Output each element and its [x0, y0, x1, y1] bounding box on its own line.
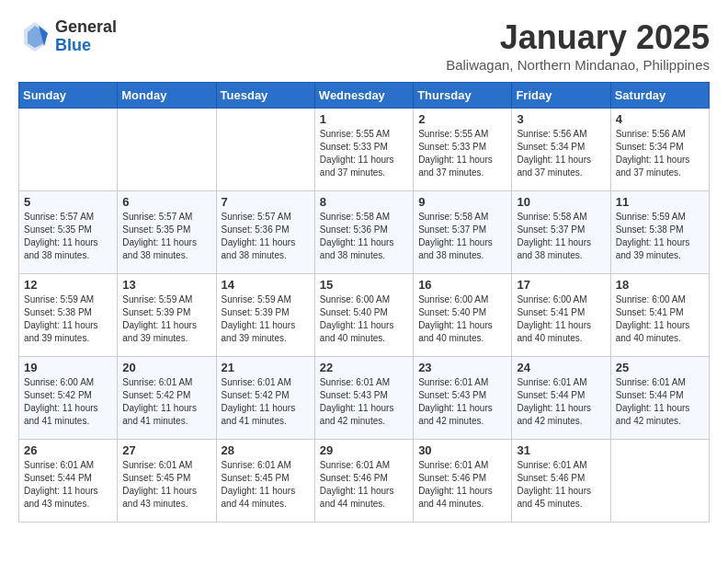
- day-number: 17: [517, 278, 605, 292]
- calendar-cell: 24Sunrise: 6:01 AM Sunset: 5:44 PM Dayli…: [512, 357, 610, 440]
- day-number: 29: [320, 443, 408, 457]
- weekday-header-friday: Friday: [512, 83, 610, 109]
- calendar-cell: 12Sunrise: 5:59 AM Sunset: 5:38 PM Dayli…: [19, 274, 118, 357]
- day-number: 12: [24, 278, 112, 292]
- cell-info: Sunrise: 5:58 AM Sunset: 5:36 PM Dayligh…: [320, 211, 408, 262]
- cell-info: Sunrise: 5:57 AM Sunset: 5:36 PM Dayligh…: [222, 211, 310, 262]
- calendar-cell: [216, 109, 314, 191]
- cell-info: Sunrise: 5:59 AM Sunset: 5:38 PM Dayligh…: [24, 293, 112, 345]
- cell-info: Sunrise: 6:01 AM Sunset: 5:44 PM Dayligh…: [24, 459, 112, 511]
- cell-info: Sunrise: 5:58 AM Sunset: 5:37 PM Dayligh…: [418, 211, 506, 262]
- calendar-week-1: 1Sunrise: 5:55 AM Sunset: 5:33 PM Daylig…: [19, 109, 710, 191]
- calendar-cell: 13Sunrise: 5:59 AM Sunset: 5:39 PM Dayli…: [118, 274, 216, 357]
- location-subtitle: Baliwagan, Northern Mindanao, Philippine…: [446, 57, 710, 73]
- cell-info: Sunrise: 6:01 AM Sunset: 5:45 PM Dayligh…: [222, 459, 310, 511]
- cell-info: Sunrise: 5:58 AM Sunset: 5:37 PM Dayligh…: [517, 211, 605, 262]
- cell-info: Sunrise: 6:01 AM Sunset: 5:46 PM Dayligh…: [418, 459, 506, 511]
- day-number: 31: [517, 443, 605, 457]
- calendar-cell: 5Sunrise: 5:57 AM Sunset: 5:35 PM Daylig…: [19, 191, 118, 274]
- cell-info: Sunrise: 6:00 AM Sunset: 5:40 PM Dayligh…: [320, 293, 408, 345]
- weekday-header-wednesday: Wednesday: [314, 83, 413, 109]
- cell-info: Sunrise: 6:00 AM Sunset: 5:40 PM Dayligh…: [418, 293, 506, 345]
- day-number: 14: [222, 278, 310, 292]
- calendar-cell: [610, 440, 709, 523]
- cell-info: Sunrise: 5:57 AM Sunset: 5:35 PM Dayligh…: [122, 211, 210, 262]
- weekday-header-thursday: Thursday: [414, 83, 512, 109]
- calendar-cell: [19, 109, 118, 191]
- calendar-cell: 2Sunrise: 5:55 AM Sunset: 5:33 PM Daylig…: [414, 109, 512, 191]
- calendar-cell: 4Sunrise: 5:56 AM Sunset: 5:34 PM Daylig…: [610, 109, 709, 191]
- day-number: 25: [616, 361, 704, 374]
- calendar-cell: 9Sunrise: 5:58 AM Sunset: 5:37 PM Daylig…: [414, 191, 512, 274]
- day-number: 27: [122, 443, 210, 457]
- calendar-cell: 30Sunrise: 6:01 AM Sunset: 5:46 PM Dayli…: [414, 440, 512, 523]
- day-number: 9: [418, 195, 506, 209]
- cell-info: Sunrise: 5:56 AM Sunset: 5:34 PM Dayligh…: [616, 128, 704, 179]
- day-number: 24: [517, 361, 605, 374]
- day-number: 3: [517, 112, 605, 126]
- day-number: 13: [122, 278, 210, 292]
- month-year-title: January 2025: [446, 18, 710, 57]
- calendar-cell: 7Sunrise: 5:57 AM Sunset: 5:36 PM Daylig…: [216, 191, 314, 274]
- calendar-cell: 16Sunrise: 6:00 AM Sunset: 5:40 PM Dayli…: [414, 274, 512, 357]
- calendar-cell: 15Sunrise: 6:00 AM Sunset: 5:40 PM Dayli…: [314, 274, 413, 357]
- cell-info: Sunrise: 6:01 AM Sunset: 5:44 PM Dayligh…: [616, 376, 704, 428]
- cell-info: Sunrise: 6:01 AM Sunset: 5:42 PM Dayligh…: [222, 376, 310, 428]
- weekday-header-saturday: Saturday: [610, 83, 709, 109]
- cell-info: Sunrise: 5:59 AM Sunset: 5:39 PM Dayligh…: [122, 293, 210, 345]
- day-number: 26: [24, 443, 112, 457]
- day-number: 20: [122, 361, 210, 374]
- calendar-cell: 27Sunrise: 6:01 AM Sunset: 5:45 PM Dayli…: [118, 440, 216, 523]
- day-number: 18: [616, 278, 704, 292]
- logo: General Blue: [18, 18, 117, 55]
- day-number: 5: [24, 195, 112, 209]
- calendar-cell: 10Sunrise: 5:58 AM Sunset: 5:37 PM Dayli…: [512, 191, 610, 274]
- logo-blue-text: Blue: [55, 37, 117, 55]
- weekday-header-sunday: Sunday: [19, 83, 118, 109]
- calendar-cell: 11Sunrise: 5:59 AM Sunset: 5:38 PM Dayli…: [610, 191, 709, 274]
- calendar-cell: 23Sunrise: 6:01 AM Sunset: 5:43 PM Dayli…: [414, 357, 512, 440]
- calendar-cell: 17Sunrise: 6:00 AM Sunset: 5:41 PM Dayli…: [512, 274, 610, 357]
- calendar-week-3: 12Sunrise: 5:59 AM Sunset: 5:38 PM Dayli…: [19, 274, 710, 357]
- calendar-cell: 26Sunrise: 6:01 AM Sunset: 5:44 PM Dayli…: [19, 440, 118, 523]
- calendar-cell: 1Sunrise: 5:55 AM Sunset: 5:33 PM Daylig…: [314, 109, 413, 191]
- day-number: 1: [320, 112, 408, 126]
- day-number: 22: [320, 361, 408, 374]
- cell-info: Sunrise: 6:01 AM Sunset: 5:45 PM Dayligh…: [122, 459, 210, 511]
- calendar-week-5: 26Sunrise: 6:01 AM Sunset: 5:44 PM Dayli…: [19, 440, 710, 523]
- cell-info: Sunrise: 5:59 AM Sunset: 5:39 PM Dayligh…: [222, 293, 310, 345]
- day-number: 23: [418, 361, 506, 374]
- calendar-cell: [118, 109, 216, 191]
- cell-info: Sunrise: 5:55 AM Sunset: 5:33 PM Dayligh…: [418, 128, 506, 179]
- cell-info: Sunrise: 6:01 AM Sunset: 5:42 PM Dayligh…: [122, 376, 210, 428]
- day-number: 28: [222, 443, 310, 457]
- calendar-cell: 29Sunrise: 6:01 AM Sunset: 5:46 PM Dayli…: [314, 440, 413, 523]
- day-number: 8: [320, 195, 408, 209]
- cell-info: Sunrise: 6:01 AM Sunset: 5:44 PM Dayligh…: [517, 376, 605, 428]
- cell-info: Sunrise: 6:01 AM Sunset: 5:46 PM Dayligh…: [320, 459, 408, 511]
- cell-info: Sunrise: 6:00 AM Sunset: 5:41 PM Dayligh…: [616, 293, 704, 345]
- logo-icon: [18, 20, 51, 53]
- cell-info: Sunrise: 6:00 AM Sunset: 5:42 PM Dayligh…: [24, 376, 112, 428]
- weekday-header-tuesday: Tuesday: [216, 83, 314, 109]
- weekday-header-monday: Monday: [118, 83, 216, 109]
- calendar-week-2: 5Sunrise: 5:57 AM Sunset: 5:35 PM Daylig…: [19, 191, 710, 274]
- logo-general-text: General: [55, 18, 117, 37]
- calendar-cell: 6Sunrise: 5:57 AM Sunset: 5:35 PM Daylig…: [118, 191, 216, 274]
- day-number: 15: [320, 278, 408, 292]
- cell-info: Sunrise: 6:01 AM Sunset: 5:43 PM Dayligh…: [418, 376, 506, 428]
- day-number: 19: [24, 361, 112, 374]
- day-number: 7: [222, 195, 310, 209]
- calendar-cell: 21Sunrise: 6:01 AM Sunset: 5:42 PM Dayli…: [216, 357, 314, 440]
- day-number: 6: [122, 195, 210, 209]
- calendar-table: SundayMondayTuesdayWednesdayThursdayFrid…: [18, 82, 710, 523]
- calendar-cell: 3Sunrise: 5:56 AM Sunset: 5:34 PM Daylig…: [512, 109, 610, 191]
- cell-info: Sunrise: 5:55 AM Sunset: 5:33 PM Dayligh…: [320, 128, 408, 179]
- day-number: 10: [517, 195, 605, 209]
- cell-info: Sunrise: 5:57 AM Sunset: 5:35 PM Dayligh…: [24, 211, 112, 262]
- calendar-cell: 14Sunrise: 5:59 AM Sunset: 5:39 PM Dayli…: [216, 274, 314, 357]
- calendar-cell: 31Sunrise: 6:01 AM Sunset: 5:46 PM Dayli…: [512, 440, 610, 523]
- cell-info: Sunrise: 5:56 AM Sunset: 5:34 PM Dayligh…: [517, 128, 605, 179]
- cell-info: Sunrise: 6:00 AM Sunset: 5:41 PM Dayligh…: [517, 293, 605, 345]
- cell-info: Sunrise: 6:01 AM Sunset: 5:43 PM Dayligh…: [320, 376, 408, 428]
